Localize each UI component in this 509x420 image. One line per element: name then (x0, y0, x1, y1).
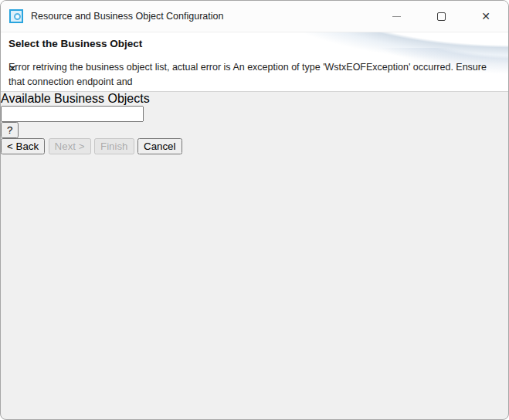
wizard-dialog: Resource and Business Object Configurati… (0, 0, 509, 420)
close-icon: ✕ (481, 11, 490, 22)
minimize-button[interactable] (374, 1, 419, 32)
wizard-content: Available Business Objects (1, 92, 508, 122)
button-bar: ? < Back Next > Finish Cancel (1, 122, 508, 154)
error-icon: ✕ (8, 62, 20, 73)
finish-button[interactable]: Finish (94, 138, 134, 154)
help-button[interactable]: ? (1, 122, 19, 138)
wizard-banner: Select the Business Object ✕ Error retri… (1, 32, 508, 92)
app-logo-icon (9, 9, 23, 23)
close-button[interactable]: ✕ (463, 1, 508, 32)
maximize-button[interactable] (419, 1, 463, 32)
minimize-icon (392, 16, 401, 17)
maximize-icon (437, 12, 446, 21)
back-button[interactable]: < Back (1, 138, 45, 154)
help-icon: ? (7, 124, 12, 136)
wizard-buttons: < Back Next > Finish Cancel (1, 138, 508, 154)
available-objects-label: Available Business Objects (1, 92, 508, 106)
window-title: Resource and Business Object Configurati… (31, 11, 223, 22)
error-message: ✕ Error retriving the business object li… (8, 60, 501, 90)
title-bar: Resource and Business Object Configurati… (1, 1, 508, 32)
business-object-filter-input[interactable] (1, 106, 144, 122)
logo-ring (14, 13, 21, 20)
page-title: Select the Business Object (1, 32, 508, 49)
next-button[interactable]: Next > (49, 138, 91, 154)
error-text-line1: Error retriving the business object list… (8, 62, 300, 73)
cancel-button[interactable]: Cancel (137, 138, 182, 154)
window-controls: ✕ (374, 1, 508, 32)
